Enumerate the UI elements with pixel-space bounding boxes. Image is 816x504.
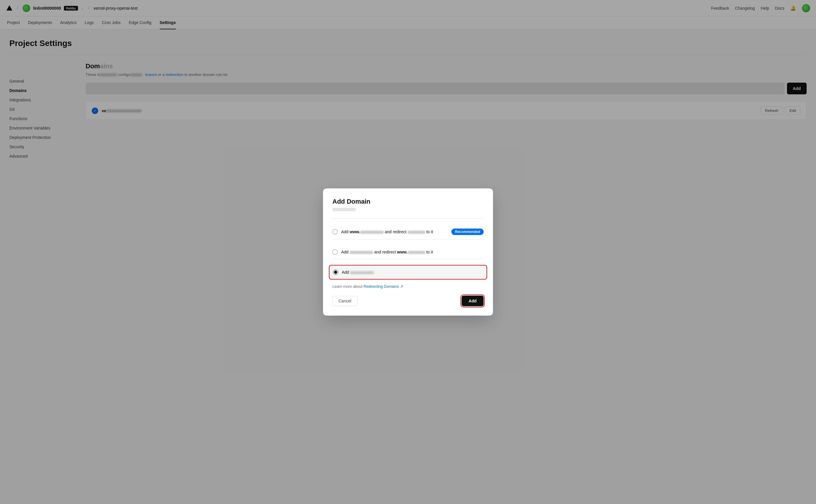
radio-label-2: Add and redirect www. to it — [341, 250, 484, 254]
learn-more-text: Learn more about Redirecting Domains ↗ — [332, 284, 484, 289]
radio-option-add-only[interactable]: Add — [329, 265, 487, 280]
modal-divider-3 — [332, 259, 484, 259]
add-domain-modal: Add Domain Add www. and redirect to it R… — [323, 188, 493, 316]
radio-input-1[interactable] — [332, 229, 338, 234]
modal-divider — [332, 218, 484, 219]
radio-label-1: Add www. and redirect to it — [341, 229, 448, 234]
radio-input-3[interactable] — [333, 270, 338, 275]
modal-footer: Cancel Add — [332, 296, 484, 306]
modal-overlay: Add Domain Add www. and redirect to it R… — [0, 0, 816, 504]
modal-title: Add Domain — [332, 198, 484, 205]
radio-option-redirect-www[interactable]: Add and redirect www. to it — [332, 245, 484, 259]
radio-option-www-redirect[interactable]: Add www. and redirect to it Recommended — [332, 224, 484, 239]
radio-label-3: Add — [342, 270, 483, 275]
recommended-badge: Recommended — [451, 229, 484, 235]
radio-input-2[interactable] — [332, 249, 338, 255]
modal-divider-2 — [332, 239, 484, 239]
redirecting-domains-link[interactable]: Redirecting Domains ↗ — [363, 284, 403, 289]
modal-add-button[interactable]: Add — [462, 296, 484, 306]
cancel-button[interactable]: Cancel — [332, 296, 358, 306]
modal-subtitle-blurred — [332, 208, 356, 211]
